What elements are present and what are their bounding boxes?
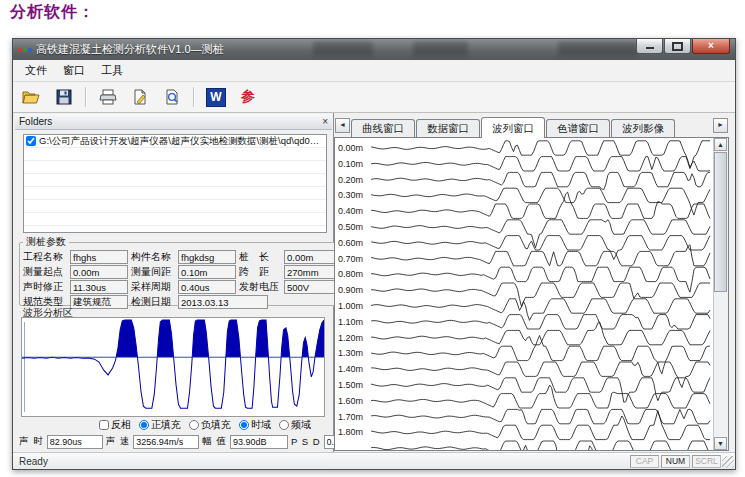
toolbar-separator xyxy=(193,87,195,107)
svg-text:1.00m: 1.00m xyxy=(338,301,363,311)
radio-正填充[interactable] xyxy=(139,420,149,430)
option-label: 正填充 xyxy=(151,418,181,432)
readout-field[interactable] xyxy=(230,435,288,449)
readout-field[interactable] xyxy=(133,435,199,449)
panel-close-icon[interactable]: × xyxy=(322,117,328,127)
indicator-NUM: NUM xyxy=(661,455,690,468)
svg-text:0.10m: 0.10m xyxy=(338,159,363,169)
param-label: 测量起点 xyxy=(23,265,67,279)
page-title: 分析软件： xyxy=(10,2,95,23)
radio-频域[interactable] xyxy=(279,420,289,430)
menu-item[interactable]: 工具 xyxy=(93,61,131,80)
svg-text:1.20m: 1.20m xyxy=(338,333,363,343)
screenshot-page: 分析软件： 高铁建混凝土检测分析软件V1.0—测桩 × 文件窗口工具 xyxy=(0,0,745,477)
param-field[interactable] xyxy=(178,265,236,279)
printer-icon xyxy=(99,89,117,105)
svg-text:1.10m: 1.10m xyxy=(338,317,363,327)
folder-item-path: G:\公司产品设计开发\超声仪器\超声仪实地检测数据\测桩\qd\qd03\qd… xyxy=(39,135,324,148)
option-频域[interactable]: 频域 xyxy=(279,418,311,432)
wave-train-area: 0.00m0.10m0.20m0.30m0.40m0.50m0.60m0.70m… xyxy=(334,137,729,451)
params-row: 声时修正采样周期发射电压 xyxy=(23,280,348,294)
radio-负填充[interactable] xyxy=(189,420,199,430)
print-preview-button[interactable] xyxy=(159,85,185,109)
tab-曲线窗口[interactable]: 曲线窗口 xyxy=(351,119,415,137)
svg-text:0.80m: 0.80m xyxy=(338,269,363,279)
option-反相[interactable]: 反相 xyxy=(99,418,131,432)
option-负填充[interactable]: 负填充 xyxy=(189,418,231,432)
readouts-row: 声 时声 速幅 值P S D xyxy=(19,434,331,449)
menu-item[interactable]: 窗口 xyxy=(55,61,93,80)
readout-field[interactable] xyxy=(47,435,103,449)
menu-item[interactable]: 文件 xyxy=(17,61,55,80)
folder-list-empty-row xyxy=(24,148,326,161)
titlebar-artifact xyxy=(313,42,373,56)
svg-text:0.00m: 0.00m xyxy=(338,143,363,153)
param-label: 桩 长 xyxy=(239,250,281,264)
folder-item-checkbox[interactable] xyxy=(26,136,36,146)
readout-label: 幅 值 xyxy=(202,435,227,448)
maximize-button[interactable] xyxy=(664,39,691,54)
status-indicators: CAPNUMSCRL xyxy=(630,455,721,468)
close-button[interactable]: × xyxy=(692,39,730,54)
option-时域[interactable]: 时域 xyxy=(239,418,271,432)
param-field[interactable] xyxy=(70,250,128,264)
params-row: 工程名称构件名称桩 长 xyxy=(23,250,348,264)
app-icon-dot xyxy=(28,48,32,52)
scrollbar-thumb[interactable] xyxy=(714,152,727,292)
folder-list[interactable]: G:\公司产品设计开发\超声仪器\超声仪实地检测数据\测桩\qd\qd03\qd… xyxy=(23,134,327,233)
word-icon: W xyxy=(206,88,226,107)
tab-色谱窗口[interactable]: 色谱窗口 xyxy=(546,119,610,137)
resize-grip[interactable] xyxy=(722,456,734,468)
titlebar-artifact xyxy=(558,42,638,56)
toolbar: W 参 xyxy=(13,82,735,113)
parameters-icon: 参 xyxy=(241,88,255,106)
param-label: 工程名称 xyxy=(23,250,67,264)
window-title: 高铁建混凝土检测分析软件V1.0—测桩 xyxy=(36,42,224,57)
tab-波列影像[interactable]: 波列影像 xyxy=(611,119,675,137)
param-field[interactable] xyxy=(178,295,268,309)
tab-数据窗口[interactable]: 数据窗口 xyxy=(416,119,480,137)
toolbar-separator xyxy=(85,87,87,107)
wave-train-traces: 0.00m0.10m0.20m0.30m0.40m0.50m0.60m0.70m… xyxy=(335,138,714,450)
folders-panel-header[interactable]: Folders × xyxy=(15,114,332,130)
param-label: 构件名称 xyxy=(131,250,175,264)
open-folder-icon xyxy=(22,89,42,105)
scroll-down-icon[interactable]: ▼ xyxy=(714,437,727,450)
minimize-button[interactable] xyxy=(636,39,663,54)
status-text: Ready xyxy=(13,456,48,467)
export-page-button[interactable] xyxy=(127,85,153,109)
param-field[interactable] xyxy=(70,295,128,309)
indicator-CAP: CAP xyxy=(630,455,659,468)
wave-options-row: 反相正填充负填充时域频域 xyxy=(21,418,329,432)
svg-text:0.30m: 0.30m xyxy=(338,190,363,200)
preview-magnifier-icon xyxy=(164,89,180,105)
window-titlebar[interactable]: 高铁建混凝土检测分析软件V1.0—测桩 × xyxy=(13,39,735,60)
word-export-button[interactable]: W xyxy=(203,85,229,109)
indicator-SCRL: SCRL xyxy=(692,455,721,468)
tab-波列窗口[interactable]: 波列窗口 xyxy=(481,117,545,138)
vertical-scrollbar[interactable]: ▲ ▼ xyxy=(713,138,728,450)
menu-bar: 文件窗口工具 xyxy=(13,60,735,82)
save-floppy-icon xyxy=(56,89,72,105)
tab-strip: ◄曲线窗口数据窗口波列窗口色谱窗口波列影像► xyxy=(334,115,729,137)
checkbox-反相[interactable] xyxy=(99,420,109,430)
option-正填充[interactable]: 正填充 xyxy=(139,418,181,432)
param-field[interactable] xyxy=(178,280,236,294)
print-button[interactable] xyxy=(95,85,121,109)
titlebar-artifact xyxy=(413,42,468,56)
param-field[interactable] xyxy=(178,250,236,264)
radio-时域[interactable] xyxy=(239,420,249,430)
parameters-button[interactable]: 参 xyxy=(235,85,261,109)
tab-scroll-left-icon[interactable]: ◄ xyxy=(335,118,350,133)
open-file-button[interactable] xyxy=(19,85,45,109)
param-field[interactable] xyxy=(70,280,128,294)
save-button[interactable] xyxy=(51,85,77,109)
scroll-up-icon[interactable]: ▲ xyxy=(714,138,727,151)
params-row: 测量起点测量间距跨 距 xyxy=(23,265,348,279)
app-icon xyxy=(18,48,32,52)
param-field[interactable] xyxy=(70,265,128,279)
folder-list-item[interactable]: G:\公司产品设计开发\超声仪器\超声仪实地检测数据\测桩\qd\qd03\qd… xyxy=(24,135,326,148)
wave-list-panel: ◄曲线窗口数据窗口波列窗口色谱窗口波列影像► 0.00m0.10m0.20m0.… xyxy=(334,115,729,453)
svg-text:0.40m: 0.40m xyxy=(338,206,363,216)
tab-scroll-right-icon[interactable]: ► xyxy=(713,118,728,133)
